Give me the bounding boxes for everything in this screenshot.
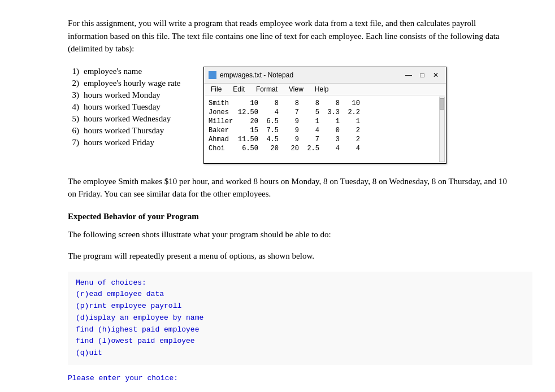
- list-item: 1) employee's name: [68, 67, 192, 76]
- notepad-controls[interactable]: — □ ✕: [403, 69, 441, 81]
- table-cell: 4: [265, 108, 285, 117]
- table-cell: 8: [306, 99, 326, 108]
- intro-paragraph: For this assignment, you will write a pr…: [68, 17, 509, 55]
- table-cell: 7: [285, 108, 306, 117]
- data-fields-list: 1) employee's name 2) employee's hourly …: [68, 67, 192, 150]
- table-cell: 9: [285, 117, 306, 126]
- list-num: 3): [68, 90, 79, 100]
- table-cell: 2.5: [306, 144, 326, 153]
- notepad-title: empwages.txt - Notepad: [220, 71, 293, 79]
- list-text: hours worked Monday: [84, 90, 161, 100]
- code-line: (q)uit: [76, 347, 524, 359]
- notepad-menu-format[interactable]: Format: [254, 85, 280, 94]
- table-cell: 9: [285, 135, 306, 144]
- table-cell: 9: [285, 126, 306, 135]
- notepad-menu-file[interactable]: File: [209, 85, 224, 94]
- table-cell: 6.50: [238, 144, 265, 153]
- table-cell: 7.5: [265, 126, 285, 135]
- notepad-titlebar: empwages.txt - Notepad — □ ✕: [204, 67, 446, 84]
- list-item: 4) hours worked Tuesday: [68, 102, 192, 112]
- table-cell: 1: [326, 117, 346, 126]
- notepad-close-button[interactable]: ✕: [430, 69, 441, 81]
- code-line: (d)isplay an employee by name: [76, 312, 524, 324]
- list-item: 5) hours worked Wednesday: [68, 114, 192, 124]
- code-line: find (l)owest paid employee: [76, 336, 524, 347]
- notepad-file-icon: [209, 71, 216, 79]
- list-text: employee's name: [84, 67, 142, 76]
- list-num: 6): [68, 126, 79, 136]
- notepad-data-table: Smith10888810Jones12.504753.32.2Miller20…: [209, 99, 367, 153]
- prompt-line: Please enter your choice:: [68, 374, 532, 382]
- table-row: Miller206.59111: [209, 117, 367, 126]
- table-cell: 2: [346, 126, 367, 135]
- list-num: 1): [68, 67, 79, 76]
- table-cell: 4: [306, 126, 326, 135]
- table-cell: Miller: [209, 117, 238, 126]
- list-num: 7): [68, 138, 79, 147]
- notepad-window: empwages.txt - Notepad — □ ✕ File Edit F…: [203, 67, 446, 164]
- code-line: Menu of choices:: [76, 277, 524, 289]
- list-num: 4): [68, 102, 79, 112]
- list-text: employee's hourly wage rate: [84, 79, 180, 88]
- code-line: (p)rint employee payroll: [76, 300, 524, 312]
- list-text: hours worked Tuesday: [84, 102, 161, 112]
- notepad-menu-edit[interactable]: Edit: [231, 85, 247, 94]
- table-cell: 20: [285, 144, 306, 153]
- code-line: (r)ead employee data: [76, 289, 524, 300]
- table-cell: 3.3: [326, 108, 346, 117]
- table-cell: Baker: [209, 126, 238, 135]
- list-item: 6) hours worked Thursday: [68, 126, 192, 136]
- table-cell: Smith: [209, 99, 238, 108]
- table-cell: Jones: [209, 108, 238, 117]
- table-cell: 1: [306, 117, 326, 126]
- list-num: 5): [68, 114, 79, 124]
- list-num: 2): [68, 79, 79, 88]
- table-cell: Ahmad: [209, 135, 238, 144]
- table-cell: 15: [238, 126, 265, 135]
- table-cell: 8: [326, 99, 346, 108]
- scrollbar-thumb: [440, 98, 444, 110]
- content-area: 1) employee's name 2) employee's hourly …: [68, 67, 532, 164]
- table-cell: 4.5: [265, 135, 285, 144]
- list-text: hours worked Wednesday: [84, 114, 171, 124]
- table-row: Choi6.5020202.544: [209, 144, 367, 153]
- notepad-menu-help[interactable]: Help: [313, 85, 331, 94]
- table-cell: 6.5: [265, 117, 285, 126]
- table-cell: 8: [285, 99, 306, 108]
- table-cell: 2.2: [346, 108, 367, 117]
- screenshots-intro: The following screen shots illustrate wh…: [68, 228, 509, 241]
- table-cell: 3: [326, 135, 346, 144]
- table-row: Jones12.504753.32.2: [209, 108, 367, 117]
- notepad-title-left: empwages.txt - Notepad: [209, 71, 293, 79]
- table-cell: 12.50: [238, 108, 265, 117]
- table-cell: 11.50: [238, 135, 265, 144]
- code-line: find (h)ighest paid employee: [76, 324, 524, 336]
- table-cell: 1: [346, 117, 367, 126]
- menu-intro: The program will repeatedly present a me…: [68, 250, 509, 263]
- notepad-minimize-button[interactable]: —: [403, 69, 414, 81]
- table-cell: 20: [238, 117, 265, 126]
- table-cell: 20: [265, 144, 285, 153]
- table-cell: 0: [326, 126, 346, 135]
- list-text: hours worked Friday: [84, 138, 154, 147]
- notepad-content: Smith10888810Jones12.504753.32.2Miller20…: [204, 95, 446, 163]
- list-text: hours worked Thursday: [84, 126, 164, 136]
- table-cell: 2: [346, 135, 367, 144]
- table-row: Smith10888810: [209, 99, 367, 108]
- table-cell: 4: [326, 144, 346, 153]
- table-cell: Choi: [209, 144, 238, 153]
- smith-description: The employee Smith makes $10 per hour, a…: [68, 175, 509, 201]
- notepad-restore-button[interactable]: □: [417, 69, 428, 81]
- table-cell: 10: [346, 99, 367, 108]
- table-cell: 4: [346, 144, 367, 153]
- notepad-menu-view[interactable]: View: [287, 85, 306, 94]
- table-cell: 10: [238, 99, 265, 108]
- list-item: 2) employee's hourly wage rate: [68, 79, 192, 88]
- list-item: 7) hours worked Friday: [68, 138, 192, 147]
- table-row: Baker157.59402: [209, 126, 367, 135]
- notepad-menubar: File Edit Format View Help: [204, 84, 446, 95]
- table-cell: 7: [306, 135, 326, 144]
- table-cell: 5: [306, 108, 326, 117]
- notepad-scrollbar[interactable]: [439, 97, 445, 162]
- list-item: 3) hours worked Monday: [68, 90, 192, 100]
